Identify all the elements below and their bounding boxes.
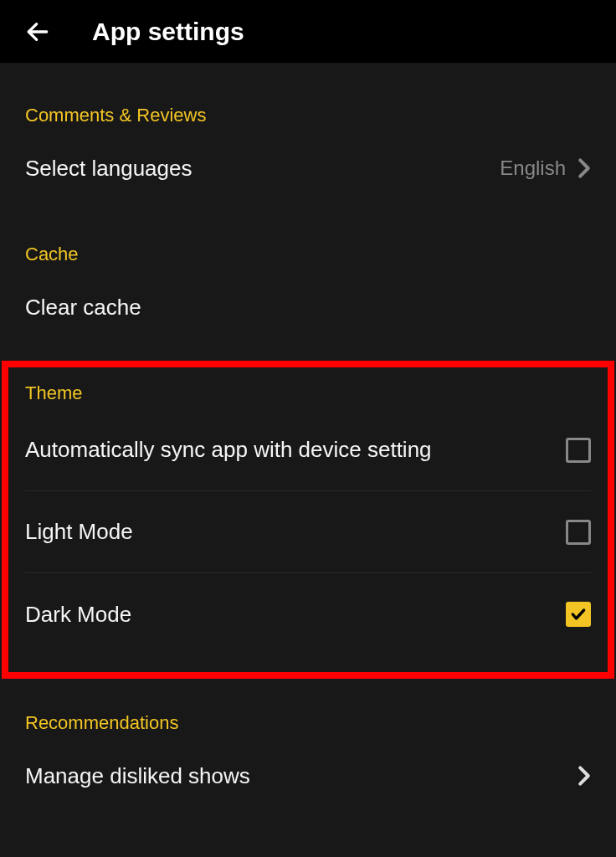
theme-light-label: Light Mode bbox=[25, 519, 133, 545]
section-header-theme: Theme bbox=[25, 367, 591, 409]
chevron-right-icon bbox=[578, 765, 591, 787]
manage-disliked-label: Manage disliked shows bbox=[25, 763, 250, 789]
theme-light-checkbox[interactable] bbox=[566, 520, 591, 545]
back-button[interactable] bbox=[17, 11, 59, 53]
theme-section-highlight: Theme Automatically sync app with device… bbox=[2, 361, 614, 679]
section-header-cache: Cache bbox=[25, 202, 591, 274]
theme-auto-checkbox[interactable] bbox=[566, 438, 591, 463]
app-header: App settings bbox=[0, 0, 616, 63]
theme-dark-row[interactable]: Dark Mode bbox=[25, 573, 591, 655]
clear-cache-row[interactable]: Clear cache bbox=[25, 274, 591, 341]
clear-cache-label: Clear cache bbox=[25, 295, 141, 321]
select-languages-value: English bbox=[500, 157, 566, 180]
manage-disliked-row[interactable]: Manage disliked shows bbox=[25, 742, 591, 809]
theme-light-row[interactable]: Light Mode bbox=[25, 491, 591, 573]
select-languages-value-wrap: English bbox=[500, 157, 591, 180]
theme-dark-checkbox[interactable] bbox=[566, 602, 591, 627]
section-header-recommendations: Recommendations bbox=[25, 679, 591, 742]
select-languages-row[interactable]: Select languages English bbox=[25, 135, 591, 202]
page-title: App settings bbox=[92, 18, 244, 46]
theme-auto-row[interactable]: Automatically sync app with device setti… bbox=[25, 409, 591, 491]
select-languages-label: Select languages bbox=[25, 156, 192, 182]
section-comments-reviews: Comments & Reviews Select languages Engl… bbox=[0, 63, 616, 202]
theme-auto-label: Automatically sync app with device setti… bbox=[25, 437, 432, 463]
back-arrow-icon bbox=[24, 18, 51, 45]
manage-disliked-right bbox=[578, 765, 591, 787]
section-cache: Cache Clear cache bbox=[0, 202, 616, 341]
section-header-comments: Comments & Reviews bbox=[25, 63, 591, 135]
chevron-right-icon bbox=[578, 157, 591, 179]
theme-dark-label: Dark Mode bbox=[25, 602, 131, 628]
section-recommendations: Recommendations Manage disliked shows bbox=[0, 679, 616, 809]
check-icon bbox=[570, 606, 587, 623]
